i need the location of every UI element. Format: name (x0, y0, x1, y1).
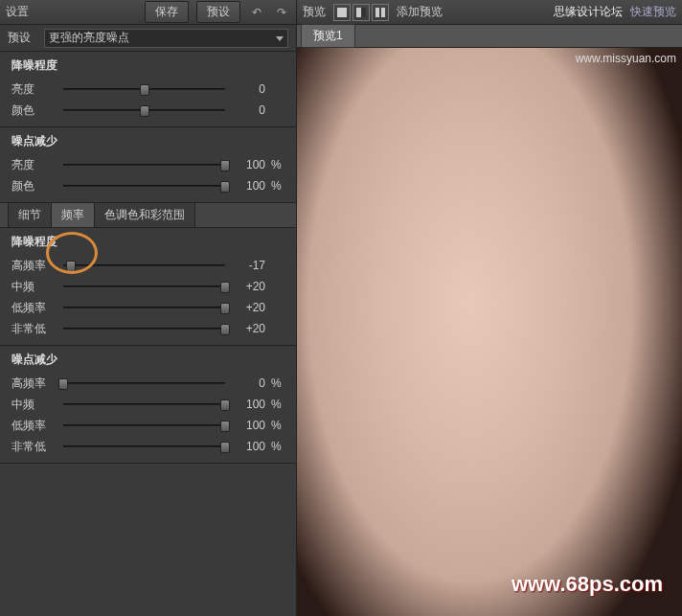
slider-thumb[interactable] (220, 282, 230, 293)
slider-label: 低频率 (11, 418, 57, 434)
slider-thumb[interactable] (220, 160, 230, 171)
slider-thumb[interactable] (220, 442, 230, 453)
slider-value: 0 (231, 103, 265, 117)
slider-unit: % (271, 376, 284, 390)
preview-half-icon[interactable] (352, 4, 370, 21)
slider-unit: % (271, 440, 284, 453)
slider-value: 100 (231, 398, 265, 411)
preset-button[interactable]: 预设 (196, 1, 240, 23)
preview-single-icon[interactable] (333, 4, 351, 21)
slider-label: 高频率 (11, 258, 57, 274)
slider-value: +20 (231, 301, 265, 314)
slider-thumb[interactable] (58, 378, 68, 390)
undo-icon[interactable]: ↶ (248, 4, 265, 21)
slider-value: 100 (231, 179, 265, 193)
slider-group: 高频率-17中频+20低频率+20非常低+20 (0, 255, 296, 345)
tab-color-range[interactable]: 色调色和彩范围 (94, 202, 195, 227)
preview-title: 预览 (303, 4, 326, 20)
preview-panel: 预览 添加预览 思缘设计论坛 快速预览 预览1 www.missyuan.com… (297, 0, 682, 616)
slider-track[interactable] (63, 382, 225, 384)
slider-track[interactable] (63, 185, 225, 187)
right-header: 预览 添加预览 思缘设计论坛 快速预览 (297, 0, 682, 25)
slider-row: 亮度100% (0, 154, 296, 175)
preview-image[interactable]: www.missyuan.com www.68ps.com (297, 48, 682, 616)
slider-thumb[interactable] (220, 324, 230, 335)
slider-track[interactable] (63, 285, 225, 287)
settings-panel: 设置 保存 预设 ↶ ↷ 预设 更强的亮度噪点 降噪程度 亮度0颜色0 噪点减少… (0, 0, 297, 616)
slider-label: 亮度 (11, 157, 57, 173)
slider-label: 非常低 (11, 439, 57, 455)
slider-value: -17 (231, 259, 265, 272)
slider-value: 100 (231, 419, 265, 432)
redo-icon[interactable]: ↷ (273, 4, 290, 21)
slider-value: 0 (231, 82, 265, 96)
tab-frequency[interactable]: 频率 (51, 202, 95, 227)
slider-track[interactable] (63, 424, 225, 426)
slider-thumb[interactable] (220, 399, 230, 411)
forum-link[interactable]: 思缘设计论坛 (554, 4, 623, 20)
tab-detail[interactable]: 细节 (8, 202, 52, 227)
slider-unit: % (271, 158, 284, 171)
slider-track[interactable] (63, 445, 225, 447)
slider-thumb[interactable] (220, 181, 230, 193)
preset-dropdown[interactable]: 更强的亮度噪点 (44, 29, 288, 48)
tab-row: 细节 频率 色调色和彩范围 (0, 203, 296, 228)
slider-row: 非常低+20 (0, 318, 296, 339)
slider-row: 低频率+20 (0, 297, 296, 318)
settings-title: 设置 (6, 4, 29, 20)
slider-unit: % (271, 419, 284, 432)
slider-row: 高频率-17 (0, 255, 296, 276)
slider-track[interactable] (63, 307, 225, 308)
slider-row: 亮度0 (0, 79, 296, 100)
top-watermark: www.missyuan.com (576, 52, 676, 65)
slider-value: 0 (231, 376, 265, 390)
section-title: 噪点减少 (0, 346, 296, 373)
slider-label: 颜色 (11, 178, 57, 194)
add-preview-button[interactable]: 添加预览 (397, 4, 443, 20)
section-title: 降噪程度 (0, 228, 296, 255)
slider-track[interactable] (63, 164, 225, 166)
slider-label: 颜色 (11, 103, 57, 119)
slider-label: 中频 (11, 279, 57, 295)
slider-thumb[interactable] (220, 421, 230, 432)
preview-split-icon[interactable] (372, 4, 389, 21)
slider-label: 亮度 (11, 81, 57, 98)
slider-label: 非常低 (11, 321, 57, 337)
slider-value: 100 (231, 158, 265, 171)
preset-value: 更强的亮度噪点 (49, 30, 129, 46)
section-noise-reduction-2: 降噪程度 高频率-17中频+20低频率+20非常低+20 (0, 228, 296, 346)
slider-thumb[interactable] (220, 303, 230, 314)
slider-row: 颜色100% (0, 175, 296, 196)
slider-unit: % (271, 179, 284, 193)
slider-row: 低频率100% (0, 415, 296, 436)
preview-tab-1[interactable]: 预览1 (301, 24, 355, 48)
slider-label: 低频率 (11, 300, 57, 316)
section-noise-reduction-1: 降噪程度 亮度0颜色0 (0, 52, 296, 127)
section-title: 噪点减少 (0, 127, 296, 154)
slider-group: 亮度0颜色0 (0, 79, 296, 126)
slider-thumb[interactable] (66, 261, 76, 272)
slider-track[interactable] (63, 88, 225, 90)
slider-track[interactable] (63, 403, 225, 405)
preset-row: 预设 更强的亮度噪点 (0, 25, 296, 52)
section-noise-decrease-2: 噪点减少 高频率0%中频100%低频率100%非常低100% (0, 346, 296, 464)
slider-track[interactable] (63, 264, 225, 266)
slider-thumb[interactable] (140, 84, 149, 96)
slider-value: +20 (231, 322, 265, 335)
preset-label: 预设 (8, 30, 38, 46)
save-button[interactable]: 保存 (145, 1, 189, 23)
slider-row: 非常低100% (0, 436, 296, 457)
slider-row: 颜色0 (0, 100, 296, 121)
slider-label: 中频 (11, 397, 57, 413)
slider-group: 亮度100%颜色100% (0, 154, 296, 202)
left-header: 设置 保存 预设 ↶ ↷ (0, 0, 296, 25)
slider-track[interactable] (63, 328, 225, 330)
slider-row: 中频100% (0, 394, 296, 415)
slider-unit: % (271, 398, 284, 411)
watermark: www.68ps.com (512, 572, 663, 597)
slider-group: 高频率0%中频100%低频率100%非常低100% (0, 373, 296, 463)
quick-preview-link[interactable]: 快速预览 (630, 4, 676, 20)
slider-label: 高频率 (11, 376, 57, 392)
slider-track[interactable] (63, 109, 225, 111)
slider-thumb[interactable] (140, 105, 149, 117)
